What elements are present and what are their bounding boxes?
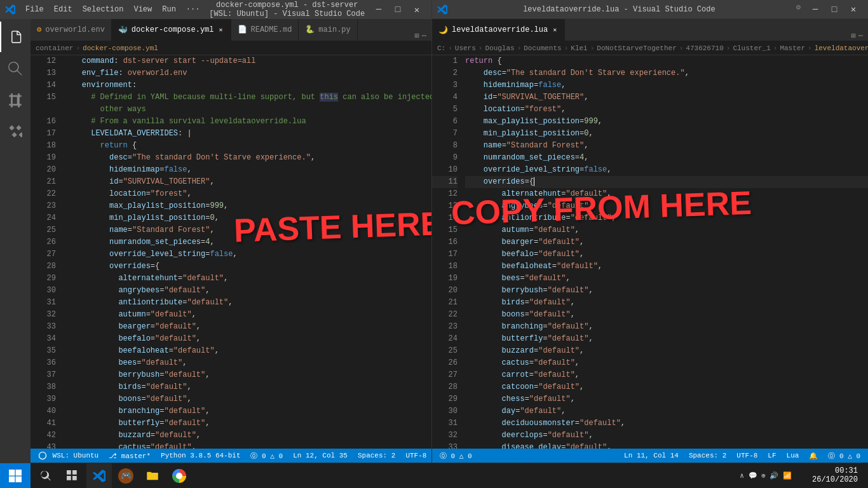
- right-status-spaces[interactable]: Spaces: 2: [686, 452, 729, 459]
- clock-time: 00:31: [835, 466, 858, 475]
- tab-close-lua[interactable]: ✕: [552, 25, 558, 35]
- right-status-lang[interactable]: Lua: [784, 452, 802, 459]
- split-editor-icon[interactable]: ⊞: [415, 31, 419, 41]
- tabs-overflow-icon[interactable]: ⋯: [422, 31, 426, 41]
- right-minimize[interactable]: ─: [806, 0, 825, 19]
- bc-c[interactable]: C:: [437, 44, 445, 52]
- left-title-bar-left: File Edit Selection View Run ···: [5, 3, 205, 17]
- extensions-icon[interactable]: [0, 117, 31, 147]
- bc-id[interactable]: 473626710: [686, 44, 723, 52]
- breadcrumb-file[interactable]: docker-compose.yml: [83, 44, 158, 52]
- left-title-text: docker-compose.yml - dst-server [WSL: Ub…: [205, 1, 369, 18]
- bc-douglas[interactable]: Douglas: [485, 44, 514, 52]
- right-status-errors[interactable]: ⓪ 0 △ 0: [437, 451, 475, 461]
- code-line: autumn="default",: [64, 309, 431, 321]
- right-split-icon[interactable]: ⊞: [851, 31, 856, 41]
- source-control-icon[interactable]: [0, 85, 31, 116]
- taskbar-clock[interactable]: 00:31 26/10/2020: [812, 463, 863, 488]
- tab-icon-lua: 🌙: [438, 25, 448, 35]
- left-code-editor[interactable]: 12131415 1617181920 2122232425 262728293…: [31, 55, 431, 449]
- menu-view[interactable]: View: [128, 3, 157, 17]
- tab-icon-main: 🐍: [305, 25, 315, 34]
- code-line: name="Standard Forest",: [64, 224, 431, 236]
- right-code-editor[interactable]: 12345 678910 11 12131415 1617181920 2122…: [432, 55, 868, 449]
- taskbar-klei[interactable]: 🎮: [113, 463, 139, 489]
- right-title-bar-left: [437, 4, 447, 15]
- taskbar-vscode-icon: [93, 470, 105, 482]
- right-tabs-actions: ⊞ ⋯: [851, 31, 868, 41]
- right-settings-icon[interactable]: ⚙: [791, 0, 806, 19]
- bc-master[interactable]: Master: [780, 44, 805, 52]
- taskbar-chrome[interactable]: [166, 463, 192, 489]
- right-status-encoding[interactable]: UTF-8: [734, 452, 760, 459]
- breadcrumb-container[interactable]: container: [36, 44, 73, 52]
- right-notifications-icon[interactable]: 🔔: [806, 452, 820, 460]
- taskbar-vscode[interactable]: [86, 463, 112, 489]
- code-line: angrybees="default",: [465, 200, 868, 212]
- right-close[interactable]: ✕: [844, 0, 863, 19]
- tab-main-py[interactable]: 🐍 main.py: [299, 19, 357, 41]
- code-line: id="SURVIVAL_TOGETHER",: [64, 176, 431, 188]
- close-button[interactable]: ✕: [407, 0, 426, 19]
- tab-overworld-env[interactable]: ⚙ overworld.env: [31, 19, 112, 41]
- code-line: angrybees="default",: [64, 285, 431, 297]
- tab-readme[interactable]: 📄 README.md: [231, 19, 299, 41]
- tray-icons: ∧ 💬 ⊕ 🔊 📶: [740, 471, 792, 480]
- explorer-icon[interactable]: [0, 22, 31, 52]
- right-window: leveldataoverride.lua - Visual Studio Co…: [432, 0, 868, 463]
- menu-run[interactable]: Run: [157, 3, 181, 17]
- minimize-button[interactable]: ─: [369, 0, 388, 19]
- right-line-numbers: 12345 678910 11 12131415 1617181920 2122…: [432, 55, 463, 449]
- status-wsl[interactable]: WSL: Ubuntu: [36, 451, 101, 460]
- status-branch[interactable]: ⎇ master*: [106, 452, 153, 460]
- menu-edit[interactable]: Edit: [49, 3, 78, 17]
- right-overflow-icon[interactable]: ⋯: [858, 31, 863, 41]
- left-code-content[interactable]: command: dst-server start --update=all e…: [61, 55, 431, 449]
- right-maximize[interactable]: □: [825, 0, 844, 19]
- tabs-bar: ⚙ overworld.env 🐳 docker-compose.yml ✕ 📄…: [31, 19, 431, 41]
- status-line-left[interactable]: Ln 12, Col 35: [290, 452, 350, 459]
- clock-date: 26/10/2020: [812, 475, 858, 484]
- left-title-controls: ─ □ ✕: [369, 0, 426, 19]
- code-line: return {: [465, 55, 868, 67]
- right-code-content[interactable]: return { desc="The standard Don't Starve…: [463, 55, 868, 449]
- maximize-button[interactable]: □: [388, 0, 407, 19]
- menu-more[interactable]: ···: [181, 3, 205, 17]
- tab-docker-compose[interactable]: 🐳 docker-compose.yml ✕: [112, 19, 231, 41]
- right-status-alerts2[interactable]: ⓪ 0 △ 0: [825, 451, 863, 461]
- code-line: overrides={: [64, 261, 431, 273]
- code-line: butterfly="default",: [465, 333, 868, 345]
- bc-klei[interactable]: Klei: [571, 44, 587, 52]
- menu-file[interactable]: File: [20, 3, 49, 17]
- bc-dst[interactable]: DoNotStarveTogether: [597, 44, 676, 52]
- menu-selection[interactable]: Selection: [78, 3, 129, 17]
- tab-icon-readme: 📄: [238, 25, 247, 34]
- tab-close-docker[interactable]: ✕: [217, 25, 224, 35]
- status-spaces-left[interactable]: Spaces: 2: [355, 452, 398, 459]
- start-button[interactable]: [0, 463, 31, 489]
- code-line: beefaloheat="default",: [64, 345, 431, 357]
- taskbar-pinned-icons: 🎮: [31, 463, 194, 489]
- right-status-eol[interactable]: LF: [765, 452, 778, 459]
- status-python[interactable]: Python 3.8.5 64-bit: [158, 452, 243, 459]
- bc-file[interactable]: leveldataoverride.lua: [815, 44, 868, 52]
- code-line: birds="default",: [465, 297, 868, 309]
- code-line: beefaloheat="default",: [465, 261, 868, 273]
- search-icon[interactable]: [0, 53, 31, 84]
- code-line: deciduousmonster="default",: [465, 417, 868, 430]
- bc-cluster[interactable]: Cluster_1: [733, 44, 770, 52]
- taskbar-task-view[interactable]: [60, 463, 85, 489]
- status-errors-left[interactable]: ⓪ 0 △ 0: [248, 451, 285, 461]
- code-line: other ways: [64, 104, 431, 116]
- code-line: hideminimap=false,: [64, 164, 431, 176]
- show-desktop-button[interactable]: [863, 463, 868, 488]
- bc-documents[interactable]: Documents: [524, 44, 561, 52]
- bc-users[interactable]: Users: [455, 44, 476, 52]
- right-status-line[interactable]: Ln 11, Col 14: [621, 452, 681, 459]
- code-line: location="forest",: [64, 188, 431, 200]
- taskbar-files[interactable]: [140, 463, 165, 489]
- taskbar-search[interactable]: [33, 463, 58, 489]
- status-encoding-left[interactable]: UTF-8: [403, 452, 429, 459]
- code-line: butterfly="default",: [64, 417, 431, 430]
- tab-leveldataoverride[interactable]: 🌙 leveldataoverride.lua ✕: [432, 19, 565, 41]
